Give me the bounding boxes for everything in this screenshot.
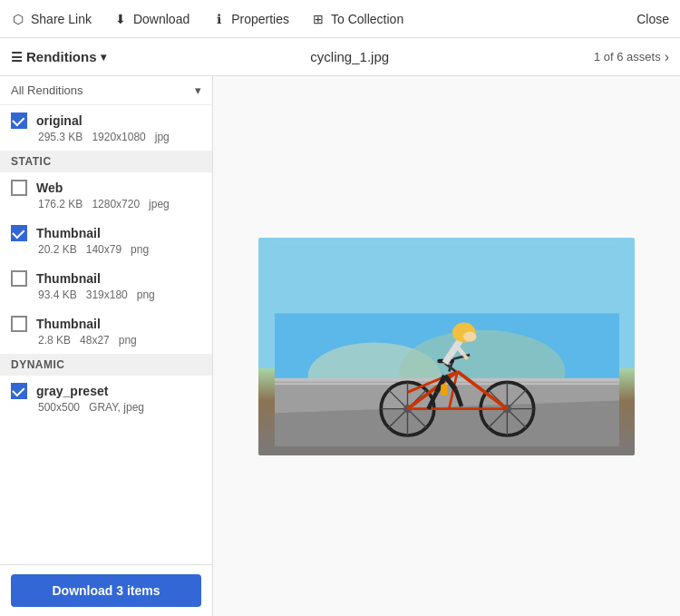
- original-name: original: [36, 113, 83, 128]
- svg-point-32: [462, 331, 476, 341]
- thumb1-dimensions: 140x79: [86, 243, 121, 256]
- renditions-icon: ☰: [11, 50, 23, 64]
- renditions-dropdown[interactable]: ☰ Renditions ▾: [11, 49, 106, 64]
- close-button[interactable]: Close: [636, 12, 669, 26]
- filter-chevron-icon: ▾: [195, 83, 201, 97]
- original-meta: 295.3 KB 1920x1080 jpg: [11, 131, 201, 143]
- svg-rect-1: [275, 247, 619, 313]
- share-link-button[interactable]: ⬡ Share Link: [11, 12, 92, 26]
- share-icon: ⬡: [11, 12, 25, 26]
- main-content: All Renditions ▾ original 295.3 KB 1920x…: [0, 76, 680, 616]
- collection-label: To Collection: [331, 12, 403, 26]
- thumb2-size: 93.4 KB: [38, 288, 77, 301]
- thumb3-size: 2.8 KB: [38, 334, 71, 347]
- left-panel: All Renditions ▾ original 295.3 KB 1920x…: [0, 76, 213, 616]
- download-items-button[interactable]: Download 3 items: [11, 574, 201, 607]
- original-size: 295.3 KB: [38, 131, 83, 143]
- static-section-header: STATIC: [0, 151, 212, 172]
- filter-label: All Renditions: [11, 83, 83, 97]
- thumb3-dimensions: 48x27: [80, 334, 110, 347]
- thumb2-dimensions: 319x180: [86, 288, 128, 301]
- web-format: jpeg: [149, 198, 170, 210]
- gray-preset-name: gray_preset: [36, 384, 108, 398]
- original-format: jpg: [155, 131, 170, 143]
- gray-preset-format: GRAY, jpeg: [89, 401, 144, 414]
- web-name: Web: [36, 181, 63, 195]
- thumb2-meta: 93.4 KB 319x180 png: [11, 288, 201, 301]
- thumb1-format: png: [131, 243, 149, 256]
- properties-button[interactable]: ℹ Properties: [211, 12, 289, 26]
- filter-dropdown[interactable]: All Renditions ▾: [0, 76, 212, 105]
- download-btn-wrap: Download 3 items: [0, 564, 212, 616]
- web-checkbox[interactable]: [11, 180, 27, 196]
- list-item: Thumbnail 2.8 KB 48x27 png: [0, 308, 212, 354]
- thumb3-format: png: [119, 334, 137, 347]
- thumb3-name: Thumbnail: [36, 317, 101, 331]
- web-dimensions: 1280x720: [92, 198, 140, 210]
- info-icon: ℹ: [211, 12, 226, 26]
- gray-preset-meta: 500x500 GRAY, jpeg: [11, 401, 201, 414]
- rendition-list: original 295.3 KB 1920x1080 jpg STATIC W…: [0, 105, 212, 564]
- asset-nav[interactable]: 1 of 6 assets ›: [594, 49, 669, 65]
- share-link-label: Share Link: [31, 12, 92, 26]
- thumb2-checkbox[interactable]: [11, 270, 27, 287]
- thumb3-checkbox[interactable]: [11, 316, 27, 332]
- download-icon: ⬇: [113, 12, 128, 26]
- list-item: Thumbnail 93.4 KB 319x180 png: [0, 263, 212, 308]
- thumb3-meta: 2.8 KB 48x27 png: [11, 334, 201, 347]
- toolbar: ⬡ Share Link ⬇ Download ℹ Properties ⊞ T…: [0, 0, 680, 38]
- list-item: original 295.3 KB 1920x1080 jpg: [0, 105, 212, 151]
- thumb2-format: png: [137, 288, 155, 301]
- thumb2-name: Thumbnail: [36, 271, 101, 286]
- asset-nav-label: 1 of 6 assets: [594, 50, 661, 64]
- gray-preset-checkbox[interactable]: [11, 383, 27, 399]
- renditions-title: Renditions: [26, 49, 97, 64]
- web-size: 176.2 KB: [38, 198, 83, 210]
- collection-icon: ⊞: [311, 12, 325, 26]
- list-item: Thumbnail 20.2 KB 140x79 png: [0, 218, 212, 263]
- download-label: Download: [133, 12, 189, 26]
- gray-preset-size: 500x500: [38, 401, 80, 414]
- image-preview: [258, 238, 635, 455]
- web-meta: 176.2 KB 1280x720 jpeg: [11, 198, 201, 210]
- thumb1-name: Thumbnail: [36, 226, 101, 240]
- thumb1-checkbox[interactable]: [11, 225, 27, 241]
- collection-button[interactable]: ⊞ To Collection: [311, 12, 403, 26]
- nav-chevron-icon: ›: [665, 49, 669, 65]
- close-label: Close: [636, 12, 669, 26]
- list-item: Web 176.2 KB 1280x720 jpeg: [0, 172, 212, 218]
- asset-title: cycling_1.jpg: [106, 49, 594, 64]
- original-dimensions: 1920x1080: [92, 131, 145, 143]
- original-checkbox[interactable]: [11, 112, 27, 129]
- thumb1-meta: 20.2 KB 140x79 png: [11, 243, 201, 256]
- thumb1-size: 20.2 KB: [38, 243, 77, 256]
- right-panel: [213, 76, 680, 616]
- subheader: ☰ Renditions ▾ cycling_1.jpg 1 of 6 asse…: [0, 38, 680, 76]
- dynamic-section-header: DYNAMIC: [0, 354, 212, 376]
- list-item: gray_preset 500x500 GRAY, jpeg: [0, 376, 212, 421]
- download-button[interactable]: ⬇ Download: [113, 12, 189, 26]
- properties-label: Properties: [231, 12, 289, 26]
- cycling-image-svg: [275, 247, 619, 446]
- svg-rect-39: [441, 384, 447, 396]
